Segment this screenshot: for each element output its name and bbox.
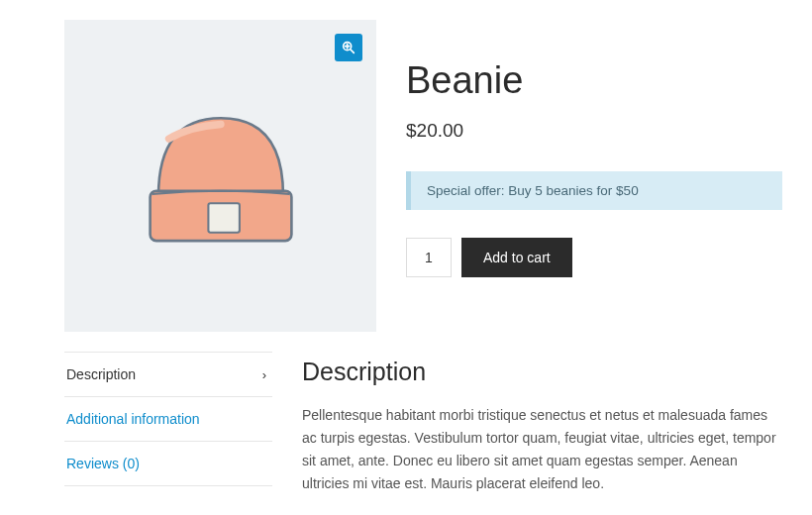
- product-image-box: [64, 20, 376, 332]
- product-image: [117, 76, 325, 284]
- svg-rect-5: [208, 203, 240, 232]
- description-panel: Description Pellentesque habitant morbi …: [302, 352, 782, 495]
- tab-description[interactable]: Description ›: [64, 352, 272, 397]
- product-price: $20.00: [406, 120, 782, 142]
- quantity-input[interactable]: [406, 238, 452, 277]
- product-top: Beanie $20.00 Special offer: Buy 5 beani…: [64, 20, 782, 332]
- tab-label: Reviews (0): [66, 456, 140, 471]
- add-to-cart-row: Add to cart: [406, 238, 782, 277]
- product-details: Beanie $20.00 Special offer: Buy 5 beani…: [406, 20, 782, 332]
- zoom-icon: [341, 40, 356, 55]
- product-bottom: Description › Additional information Rev…: [64, 352, 782, 495]
- tab-reviews[interactable]: Reviews (0): [64, 442, 272, 486]
- tab-label: Additional information: [66, 411, 200, 427]
- zoom-button[interactable]: [335, 34, 362, 61]
- svg-line-1: [351, 50, 354, 52]
- description-body: Pellentesque habitant morbi tristique se…: [302, 404, 782, 495]
- description-heading: Description: [302, 358, 782, 386]
- special-offer-banner: Special offer: Buy 5 beanies for $50: [406, 171, 782, 210]
- product-title: Beanie: [406, 59, 782, 102]
- tab-label: Description: [66, 366, 136, 382]
- tab-additional-information[interactable]: Additional information: [64, 397, 272, 442]
- product-tabs: Description › Additional information Rev…: [64, 352, 272, 495]
- chevron-right-icon: ›: [262, 367, 266, 382]
- add-to-cart-button[interactable]: Add to cart: [461, 238, 572, 277]
